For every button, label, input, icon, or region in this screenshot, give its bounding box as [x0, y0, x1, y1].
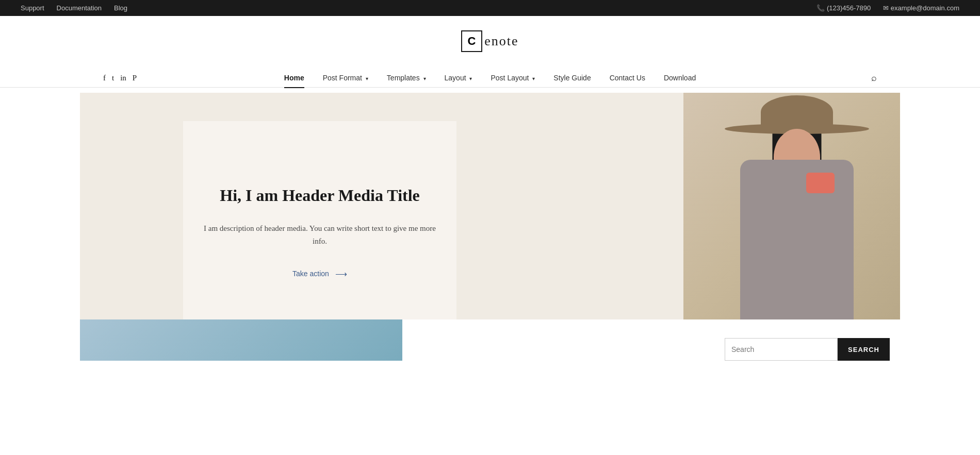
hero-cta-button[interactable]: Take action ⟶: [292, 269, 347, 279]
camera: [806, 173, 835, 193]
nav-item-post-layout[interactable]: Post Layout ▾: [481, 69, 544, 87]
hero-content: Hi, I am Header Media Title I am descrip…: [183, 121, 456, 319]
pinterest-icon[interactable]: P: [133, 74, 137, 82]
nav-item-contact-us[interactable]: Contact Us: [600, 69, 655, 87]
phone-icon: 📞: [816, 4, 825, 12]
nav-item-layout[interactable]: Layout ▾: [435, 69, 482, 87]
hat-crown: [761, 95, 833, 129]
search-area: SEARCH: [725, 329, 890, 361]
logo-letter[interactable]: C: [461, 30, 482, 52]
support-link[interactable]: Support: [21, 4, 44, 12]
hero-description: I am description of header media. You ca…: [204, 222, 436, 248]
top-bar-contact: 📞 (123)456-7890 ✉ example@domain.com: [816, 4, 959, 12]
chevron-down-icon: ▾: [469, 76, 472, 81]
twitter-icon[interactable]: t: [112, 74, 114, 82]
chevron-down-icon: ▾: [532, 76, 535, 81]
nav-item-post-format[interactable]: Post Format ▾: [314, 69, 378, 87]
search-button[interactable]: SEARCH: [838, 338, 890, 361]
hero-section: Hi, I am Header Media Title I am descrip…: [80, 93, 900, 319]
facebook-icon[interactable]: f: [103, 74, 106, 82]
woman-figure: [704, 93, 890, 319]
preview-image: [80, 319, 402, 361]
hero-title: Hi, I am Header Media Title: [220, 185, 420, 207]
chevron-down-icon: ▾: [423, 76, 426, 81]
linkedin-icon[interactable]: in: [120, 74, 126, 82]
nav-item-style-guide[interactable]: Style Guide: [544, 69, 600, 87]
search-input[interactable]: [725, 338, 838, 361]
top-bar: Support Documentation Blog 📞 (123)456-78…: [0, 0, 980, 16]
nav-item-home[interactable]: Home: [275, 69, 314, 87]
logo-area: C enote: [0, 16, 980, 62]
email-info: ✉ example@domain.com: [883, 4, 959, 12]
nav-menu: Home Post Format ▾ Templates ▾ Layout ▾ …: [275, 69, 705, 87]
bottom-preview: SEARCH: [80, 319, 900, 361]
search-icon[interactable]: ⌕: [871, 73, 877, 83]
social-icons: f t in P: [103, 74, 137, 82]
nav-divider: [0, 87, 980, 88]
top-bar-links: Support Documentation Blog: [21, 4, 127, 12]
phone-info: 📞 (123)456-7890: [816, 4, 871, 12]
chevron-down-icon: ▾: [366, 76, 368, 81]
logo-brand[interactable]: enote: [484, 33, 518, 49]
phone-number: (123)456-7890: [827, 4, 871, 12]
body: [740, 160, 854, 319]
hero-cta-label: Take action: [292, 269, 329, 278]
right-arrow-icon: ⟶: [335, 269, 347, 279]
blog-link[interactable]: Blog: [114, 4, 127, 12]
documentation-link[interactable]: Documentation: [57, 4, 102, 12]
nav-item-download[interactable]: Download: [655, 69, 705, 87]
email-address: example@domain.com: [891, 4, 959, 12]
nav-area: f t in P Home Post Format ▾ Templates ▾ …: [0, 62, 980, 87]
nav-item-templates[interactable]: Templates ▾: [378, 69, 435, 87]
hero-image: [683, 93, 900, 319]
email-icon: ✉: [883, 4, 889, 12]
